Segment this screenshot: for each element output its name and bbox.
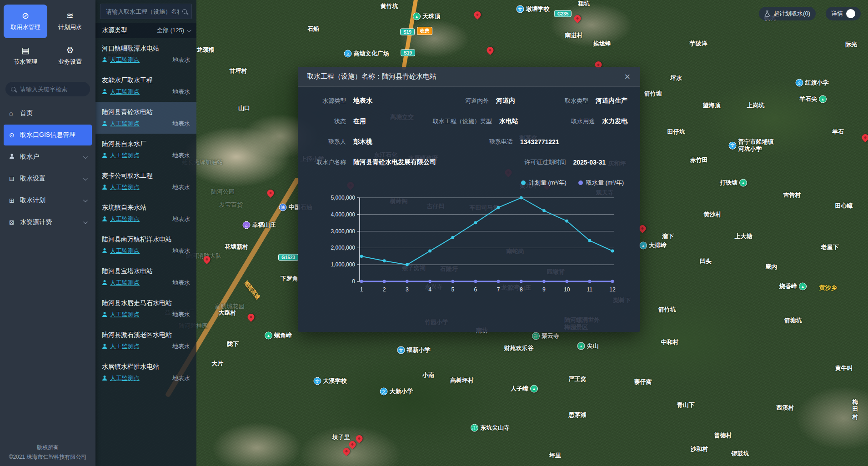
nav-item-2[interactable]: 取水户 <box>4 146 92 167</box>
modal-field: 取水工程（设施）类型水电站 <box>428 117 559 125</box>
map-label-text: 普德村 <box>714 432 732 439</box>
list-item[interactable]: 陆河县水唇走马石水电站人工监测点地表水 <box>95 293 196 325</box>
module-tab-3[interactable]: ⚙业务设置 <box>48 39 92 73</box>
intake-search-box <box>100 4 192 19</box>
map-label-text: 打铁塘 <box>720 179 738 186</box>
map-label: ▲螺角嶂 <box>265 332 292 340</box>
map-label-text: 高塘文化广场 <box>354 50 389 57</box>
module-tab-1[interactable]: ≋计划用水 <box>48 5 92 38</box>
map-label-text: 尖山 <box>587 342 599 350</box>
list-item[interactable]: 河口镇唱歌潭水电站人工监测点地表水 <box>95 38 196 70</box>
intake-detail-modal: 取水工程（设施）名称：陆河县青砼水电站 × 水源类型地表水河道内外河道内取水类型… <box>298 67 640 332</box>
list-item[interactable]: 东坑镇自来水站人工监测点地表水 <box>95 197 196 229</box>
modal-field: 河道内外河道内 <box>425 97 553 105</box>
copyright: 版权所有 ©2021 珠海市仁智科技有限公司 <box>0 443 95 461</box>
pin-icon <box>572 14 582 23</box>
list-item[interactable]: 陆河县青砼水电站人工监测点地表水 <box>95 102 196 134</box>
field-label: 河道内外 <box>425 97 489 105</box>
pin-icon <box>485 45 495 55</box>
nav-item-5[interactable]: ⊠水资源计费 <box>4 212 92 233</box>
field-value: 水电站 <box>499 117 518 125</box>
module-tab-2[interactable]: ▤节水管理 <box>4 39 47 73</box>
intake-search-input[interactable] <box>105 8 180 15</box>
svg-text:12: 12 <box>609 286 616 293</box>
nav-item-0[interactable]: ⌂首页 <box>4 103 92 124</box>
nav-item-3[interactable]: ⊟取水设置 <box>4 168 92 189</box>
map-label-text: 黄竹坑 <box>381 3 398 10</box>
svg-text:2,000,000: 2,000,000 <box>331 245 356 251</box>
map-pin-marker[interactable] <box>349 441 356 448</box>
map-label-text: 田心嶂 <box>835 202 853 210</box>
map-label-text: 大路村 <box>219 309 236 316</box>
map-label-text: 溜下 <box>662 233 674 240</box>
road-badge: G1523 <box>278 254 298 261</box>
person-icon <box>102 216 107 222</box>
map-label-text: 箭塘坑 <box>784 317 802 324</box>
map-pin-marker[interactable] <box>487 47 494 54</box>
search-icon[interactable] <box>182 9 187 14</box>
map-label-text: 幸福山庄 <box>252 221 276 229</box>
map-pin-marker[interactable] <box>343 448 350 455</box>
map-label: 发宝百货 <box>219 201 243 209</box>
map-pin-marker[interactable] <box>267 190 274 196</box>
sidebar-search-input[interactable] <box>19 85 85 93</box>
copyright-line2: ©2021 珠海市仁智科技有限公司 <box>0 452 95 461</box>
list-item[interactable]: 友能水厂取水工程人工监测点地表水 <box>95 70 196 102</box>
map-label: ▲尖山 <box>577 342 599 350</box>
monitor-type: 人工监测点 <box>102 374 172 382</box>
app-window: 潮莞高速 黄竹坑▲天珠顶文墩塘学校粗坑石船文高塘文化广场龙颈根甘坪村山口南进村挨… <box>0 0 868 466</box>
svg-text:7: 7 <box>497 286 500 293</box>
modal-field: 联系电话13432771221 <box>449 138 604 146</box>
list-item[interactable]: 陆河县自来水厂人工监测点地表水 <box>95 134 196 165</box>
legend-item: 计划量 (m³/年) <box>521 179 567 187</box>
map-label-text: 梅田村 <box>853 398 863 421</box>
map-pin-marker[interactable] <box>356 435 363 442</box>
source-type-filter[interactable]: 水源类型 全部 (125) <box>95 23 196 38</box>
modal-field: 取水用途水力发电 <box>559 117 627 125</box>
intake-name: 水唇镇水栏肚水电站 <box>102 362 190 371</box>
map-label-text: 龙颈根 <box>197 46 215 54</box>
detail-toggle[interactable]: 详情 <box>826 7 861 20</box>
chevron-down-icon <box>83 198 88 202</box>
toggle-knob[interactable] <box>846 9 855 18</box>
nav-label: 取水户 <box>20 153 83 161</box>
module-tab-0[interactable]: ⊘取用水管理 <box>4 5 47 38</box>
map-pin-marker[interactable] <box>574 15 581 22</box>
map-pin-marker[interactable] <box>204 256 211 263</box>
map-pin-marker[interactable] <box>474 11 481 18</box>
map-label: 大路村 <box>219 309 236 316</box>
map-pin-marker[interactable] <box>862 134 868 141</box>
map-label: 黄沙乡 <box>819 284 837 291</box>
map-label-text: 南进村 <box>565 32 583 39</box>
map-label-text: 中和村 <box>661 339 679 346</box>
svg-text:0: 0 <box>352 278 355 285</box>
field-label: 状态 <box>311 117 346 125</box>
map-label-text: 富航城花园 <box>215 303 245 310</box>
field-label: 联系人 <box>311 138 346 146</box>
map-label-text: 上大塘 <box>735 233 753 240</box>
list-item[interactable]: 水唇镇水栏肚水电站人工监测点地表水 <box>95 356 196 388</box>
intake-name: 陆河县水唇走马石水电站 <box>102 299 190 307</box>
school-icon: 文 <box>729 142 737 150</box>
list-item[interactable]: 陆河县宝塔水电站人工监测点地表水 <box>95 261 196 293</box>
list-item[interactable]: 陆河县南万镇杞洋水电站人工监测点地表水 <box>95 229 196 261</box>
close-icon[interactable]: × <box>623 72 631 82</box>
map-label-text: 石船 <box>307 25 319 33</box>
field-value: 陆河县青砼水电发展有限公司 <box>353 158 436 166</box>
monitor-label: 人工监测点 <box>110 56 140 64</box>
water-source-type: 地表水 <box>172 56 190 64</box>
map-pin-marker[interactable] <box>248 314 255 321</box>
nav-item-1[interactable]: ⊙取水口GIS信息管理 <box>4 125 92 145</box>
field-value: 2025-03-31 <box>573 159 606 166</box>
field-label: 取水类型 <box>553 97 588 105</box>
nav-item-4[interactable]: ⊞取水计划 <box>4 190 92 211</box>
sidebar: ⊘取用水管理≋计划用水▤节水管理⚙业务设置 ⌂首页⊙取水口GIS信息管理取水户⊟… <box>0 0 95 466</box>
map-label-text: 人子嶂 <box>511 385 528 392</box>
mountain-icon: ▲ <box>413 13 421 20</box>
list-item[interactable]: 陆河县激石溪老区水电站人工监测点地表水 <box>95 325 196 356</box>
temple-icon: 卍 <box>471 424 478 432</box>
list-item[interactable]: 麦卡公司取水工程人工监测点地表水 <box>95 165 196 197</box>
over-plan-intake-button[interactable]: 超计划取水(0) <box>759 7 816 20</box>
map-label: 际光 <box>845 41 857 48</box>
svg-text:9: 9 <box>542 286 546 293</box>
